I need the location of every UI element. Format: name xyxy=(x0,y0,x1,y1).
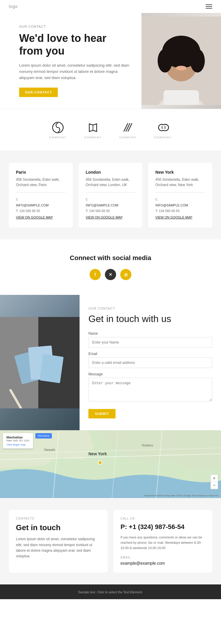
svg-rect-20 xyxy=(39,354,64,383)
form-image-panel xyxy=(0,295,80,430)
message-field-group: Message xyxy=(88,372,212,402)
office-city-paris: Paris xyxy=(16,170,66,175)
office-address-london: 456 Sondanella, Eden walk, Orchard view,… xyxy=(86,177,136,188)
svg-line-10 xyxy=(124,123,128,132)
svg-line-11 xyxy=(126,123,130,132)
svg-text:Newark: Newark xyxy=(44,448,55,451)
map-location-name: Manhattan xyxy=(6,436,29,439)
london-map-link[interactable]: VIEW ON GOOGLE MAP xyxy=(86,215,123,220)
offices-section: Paris 456 Sondanella, Eden walk, Orchard… xyxy=(0,151,221,239)
office-card-london: London 456 Sondanella, Eden walk, Orchar… xyxy=(79,163,143,228)
map-copyright: Keyboard shortcuts Map data ©2024 Google… xyxy=(144,494,219,497)
instagram-icon[interactable]: ◎ xyxy=(120,269,131,280)
office-contact-newyork: E: INFO@SAMPLE.COM T: 134 565 66 55 VIEW… xyxy=(155,197,205,221)
name-field-group: Name xyxy=(88,331,212,348)
submit-button[interactable]: SUBMIT xyxy=(88,409,116,418)
zoom-in-button[interactable]: + xyxy=(211,475,218,482)
bottom-contact-section: CONTACTS Get in touch Lorem ipsum dolor … xyxy=(0,498,221,584)
svg-line-12 xyxy=(128,123,132,132)
map-placeholder: New York Newark Yonkers Tewksbury Manhat… xyxy=(0,430,221,498)
name-input[interactable] xyxy=(88,337,212,348)
email-address: example@example.com xyxy=(121,561,205,566)
person-illustration xyxy=(141,17,221,105)
directions-button[interactable]: Directions xyxy=(35,433,52,438)
map-location-sub: New York, NY, USA xyxy=(6,439,29,442)
svg-point-33 xyxy=(98,461,102,464)
office-address-newyork: 456 Sondanella, Eden walk, Orchard view,… xyxy=(155,177,205,188)
svg-text:New York: New York xyxy=(88,451,107,456)
logo-item-1: COMPANY xyxy=(49,121,67,139)
office-card-newyork: New York 456 Sondanella, Eden walk, Orch… xyxy=(148,163,212,228)
social-icons: f ✕ ◎ xyxy=(9,269,212,280)
office-card-paris: Paris 456 Sondanella, Eden walk, Orchard… xyxy=(9,163,73,228)
logo-name-1: COMPANY xyxy=(49,136,67,139)
call-us-label: CALL US xyxy=(121,517,205,520)
hero-left: OUR CONTACT We'd love to hear from you L… xyxy=(0,13,141,109)
contacts-description: Lorem ipsum dolor sit amet, consetetur s… xyxy=(16,536,100,559)
logo-icon-3 xyxy=(121,121,135,134)
bottom-left-card: CONTACTS Get in touch Lorem ipsum dolor … xyxy=(9,510,108,573)
email-input[interactable] xyxy=(88,357,212,368)
hero-image xyxy=(141,13,221,109)
zoom-out-button[interactable]: − xyxy=(211,482,218,489)
contact-form-panel: OUR CONTACT Get in touch with us Name Em… xyxy=(80,295,221,430)
office-city-newyork: New York xyxy=(155,170,205,175)
logos-section: COMPANY COMPANY COMPANY xyxy=(0,109,221,151)
map-section: New York Newark Yonkers Tewksbury Manhat… xyxy=(0,430,221,498)
logo-icon-2 xyxy=(86,121,100,134)
view-larger-map-link[interactable]: View larger map xyxy=(6,443,29,446)
logo-icon-4 xyxy=(156,121,170,134)
svg-text:Yonkers: Yonkers xyxy=(141,443,153,447)
logo-item-3: COMPANY xyxy=(119,121,137,139)
hamburger-menu[interactable] xyxy=(206,4,212,9)
office-address-paris: 456 Sondanella, Eden walk, Orchard view,… xyxy=(16,177,66,188)
newyork-email-row: E: INFO@SAMPLE.COM xyxy=(155,197,205,208)
map-zoom-controls: + − xyxy=(210,474,218,489)
office-contact-paris: E: INFO@SAMPLE.COM T: 134 565 66 55 VIEW… xyxy=(16,197,66,221)
office-contact-london: E: INFO@SAMPLE.COM T: 134 565 66 55 VIEW… xyxy=(86,197,136,221)
svg-point-7 xyxy=(176,66,187,70)
twitter-x-icon[interactable]: ✕ xyxy=(105,269,116,280)
map-location-card: Manhattan New York, NY, USA View larger … xyxy=(3,433,33,448)
bottom-right-card: CALL US P: +1 (324) 987-56-54 If you hav… xyxy=(113,510,212,573)
logo: logo xyxy=(9,4,18,9)
offices-grid: Paris 456 Sondanella, Eden walk, Orchard… xyxy=(9,163,212,228)
logo-icon-1 xyxy=(51,121,65,134)
paris-map-link[interactable]: VIEW ON GOOGLE MAP xyxy=(16,215,53,220)
newyork-phone-row: T: 134 565 66 55 xyxy=(155,208,205,214)
phone-number: P: +1 (324) 987-56-54 xyxy=(121,523,205,531)
email-field-group: Email xyxy=(88,352,212,368)
our-contact-label: OUR CONTACT xyxy=(19,25,133,28)
header: logo xyxy=(0,0,221,13)
facebook-icon[interactable]: f xyxy=(90,269,101,280)
get-in-touch-title: Get in touch xyxy=(16,523,100,532)
hero-section: OUR CONTACT We'd love to hear from you L… xyxy=(0,13,221,109)
paris-phone-row: T: 134 565 66 55 xyxy=(16,208,66,214)
logo-name-4: COMPANY xyxy=(154,136,172,139)
form-title: Get in touch with us xyxy=(88,313,212,324)
social-title: Connect with social media xyxy=(9,254,212,262)
form-illustration xyxy=(0,317,80,408)
logo-item-4: COMPANY xyxy=(154,121,172,139)
hero-title: We'd love to hear from you xyxy=(19,32,133,57)
svg-point-4 xyxy=(158,49,172,73)
hero-image-container xyxy=(141,13,221,109)
svg-rect-6 xyxy=(164,90,199,105)
form-image xyxy=(0,295,80,430)
message-textarea[interactable] xyxy=(88,378,212,401)
london-phone-row: T: 134 565 66 55 xyxy=(86,208,136,214)
name-label: Name xyxy=(88,331,212,336)
svg-point-5 xyxy=(190,49,205,73)
logo-item-2: COMPANY xyxy=(84,121,102,139)
contacts-label: CONTACTS xyxy=(16,517,100,520)
office-city-london: London xyxy=(86,170,136,175)
hero-description: Lorem ipsum dolor sit amet, consetetur s… xyxy=(19,63,133,81)
newyork-map-link[interactable]: VIEW ON GOOGLE MAP xyxy=(155,215,192,220)
cta-button[interactable]: OUR CONTACT xyxy=(19,88,58,97)
svg-rect-15 xyxy=(162,125,165,130)
email-section-label: EMAIL xyxy=(121,556,205,559)
call-description: If you have any questions, comments or i… xyxy=(121,535,205,551)
footer-text: Sample text. Click to select the Text El… xyxy=(78,590,143,594)
logo-name-2: COMPANY xyxy=(84,136,102,139)
london-email-row: E: INFO@SAMPLE.COM xyxy=(86,197,136,208)
